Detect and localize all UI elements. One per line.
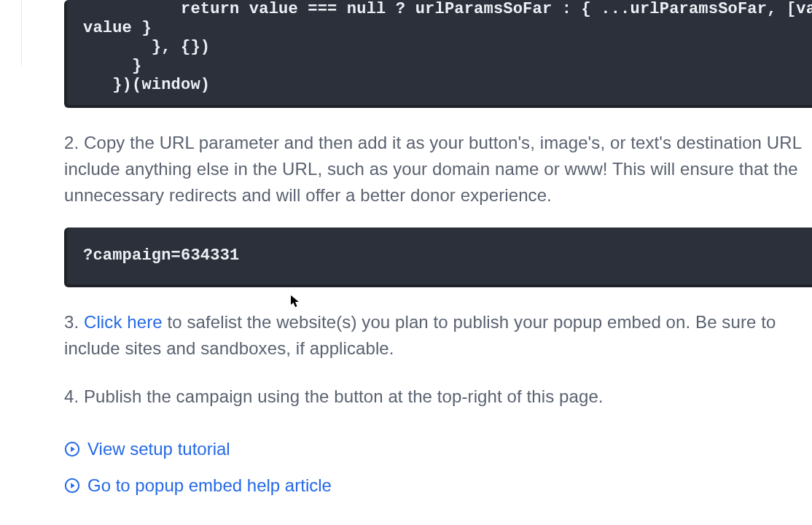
step-2-number: 2. xyxy=(64,133,79,152)
help-article-link-label: Go to popup embed help article xyxy=(87,472,332,499)
step-3-text: to safelist the website(s) you plan to p… xyxy=(64,312,776,358)
left-rail xyxy=(0,0,22,66)
click-here-link[interactable]: Click here xyxy=(84,312,163,332)
play-circle-icon xyxy=(64,478,80,494)
url-param-text: ?campaign=634331 xyxy=(83,246,812,265)
step-2: 2. Copy the URL parameter and then add i… xyxy=(64,130,812,209)
play-circle-icon xyxy=(64,441,80,457)
instructions-content: return value === null ? urlParamsSoFar :… xyxy=(64,0,812,509)
help-article-link[interactable]: Go to popup embed help article xyxy=(64,472,812,499)
step-4-text: Publish the campaign using the button at… xyxy=(84,386,604,406)
view-setup-tutorial-link[interactable]: View setup tutorial xyxy=(64,436,812,462)
code-block-url-param: ?campaign=634331 xyxy=(64,228,812,287)
step-4: 4. Publish the campaign using the button… xyxy=(64,384,812,410)
code-snippet-text: return value === null ? urlParamsSoFar :… xyxy=(83,0,812,95)
step-3-number: 3. xyxy=(64,312,79,332)
step-2-text: Copy the URL parameter and then add it a… xyxy=(64,133,801,205)
step-4-number: 4. xyxy=(64,386,79,406)
tutorial-link-label: View setup tutorial xyxy=(87,436,230,462)
step-3: 3. Click here to safelist the website(s)… xyxy=(64,309,812,362)
code-block-snippet: return value === null ? urlParamsSoFar :… xyxy=(64,0,812,108)
help-links: View setup tutorial Go to popup embed he… xyxy=(64,436,812,499)
